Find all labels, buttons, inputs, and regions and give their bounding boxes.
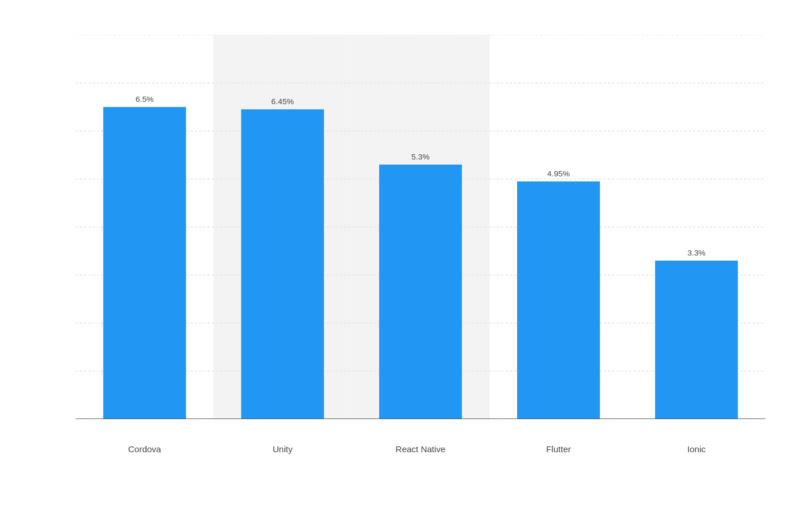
x-axis-label: React Native [351,444,489,454]
svg-text:5.3%: 5.3% [411,152,429,161]
x-axis-label: Cordova [76,444,213,454]
svg-rect-24 [379,165,462,419]
x-axis-label: Flutter [490,444,628,454]
x-axis-label: Unity [213,444,351,454]
svg-text:3.3%: 3.3% [688,249,706,257]
x-axis-label: Ionic [628,444,765,454]
svg-rect-28 [655,261,738,419]
svg-text:6.5%: 6.5% [136,95,154,104]
plot-area: 8%7%6%5%4%3%2%1%0%6.5%6.45%5.3%4.95%3.3% [76,35,765,419]
svg-rect-26 [517,182,600,419]
svg-text:6.45%: 6.45% [271,97,294,106]
svg-rect-22 [241,109,324,419]
x-labels-row: CordovaUnityReact NativeFlutterIonic [76,444,765,454]
chart-container: 8%7%6%5%4%3%2%1%0%6.5%6.45%5.3%4.95%3.3%… [0,0,812,518]
chart-svg: 8%7%6%5%4%3%2%1%0%6.5%6.45%5.3%4.95%3.3% [76,35,765,419]
svg-rect-20 [103,107,186,419]
svg-text:4.95%: 4.95% [547,169,570,178]
